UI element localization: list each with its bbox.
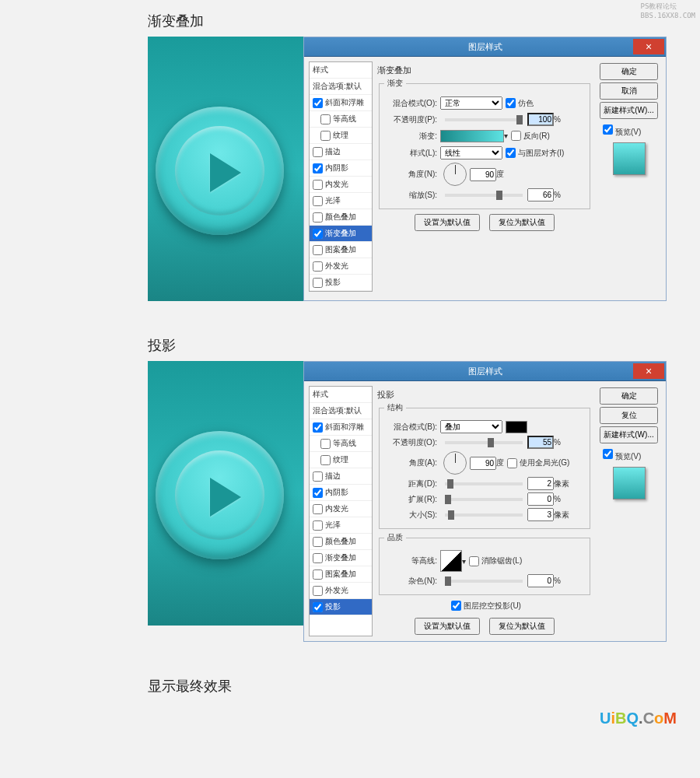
- styles-header[interactable]: 样式: [310, 62, 372, 79]
- blending-options[interactable]: 混合选项:默认: [310, 79, 372, 95]
- shadow-settings: 投影 结构 混合模式(B):叠加 不透明度(O):% 角度(A): 度 使用全局…: [373, 386, 597, 636]
- angle-input[interactable]: [470, 457, 496, 470]
- blend-mode-select[interactable]: 叠加: [440, 420, 502, 433]
- contour-checkbox[interactable]: [320, 114, 331, 124]
- grad-style-label: 样式(L):: [384, 148, 437, 159]
- preview-toggle[interactable]: 预览(V): [600, 447, 658, 462]
- scale-slider[interactable]: [445, 194, 523, 197]
- opacity-slider[interactable]: [445, 441, 523, 444]
- distance-input[interactable]: [527, 477, 554, 490]
- knockout-checkbox[interactable]: [451, 601, 461, 611]
- contour-picker[interactable]: [440, 550, 462, 572]
- pattern-checkbox[interactable]: [313, 245, 323, 255]
- style-contour[interactable]: 等高线: [310, 111, 372, 128]
- opacity-input[interactable]: [527, 436, 554, 449]
- angle-input[interactable]: [470, 168, 496, 181]
- style-drop-shadow[interactable]: 投影: [310, 599, 372, 615]
- distance-slider[interactable]: [445, 482, 523, 485]
- style-pattern[interactable]: 图案叠加: [310, 242, 372, 258]
- style-inner-glow[interactable]: 内发光: [310, 501, 372, 517]
- satin-checkbox[interactable]: [313, 196, 323, 206]
- cancel-button[interactable]: 复位: [600, 407, 658, 424]
- blend-mode-select[interactable]: 正常: [440, 96, 502, 110]
- contour-label: 等高线:: [384, 555, 437, 566]
- preview-image: [148, 361, 303, 626]
- blending-options[interactable]: 混合选项:默认: [310, 403, 372, 419]
- ok-button[interactable]: 确定: [600, 387, 658, 405]
- set-default-button[interactable]: 设置为默认值: [415, 618, 480, 635]
- noise-input[interactable]: [527, 574, 554, 587]
- texture-checkbox[interactable]: [320, 131, 331, 141]
- drop-shadow-checkbox[interactable]: [313, 278, 323, 288]
- noise-label: 杂色(N):: [384, 576, 437, 587]
- style-drop-shadow[interactable]: 投影: [310, 275, 372, 291]
- style-pattern[interactable]: 图案叠加: [310, 566, 372, 583]
- set-default-button[interactable]: 设置为默认值: [415, 214, 480, 231]
- contour-dropdown-icon[interactable]: ▾: [462, 557, 466, 566]
- styles-header[interactable]: 样式: [310, 387, 372, 403]
- antialias-checkbox[interactable]: [469, 556, 479, 566]
- align-checkbox[interactable]: [506, 148, 516, 158]
- inner-shadow-checkbox[interactable]: [313, 163, 323, 173]
- new-style-button[interactable]: 新建样式(W)...: [600, 102, 658, 119]
- opacity-slider[interactable]: [445, 118, 523, 121]
- inner-glow-checkbox[interactable]: [313, 180, 323, 190]
- style-inner-shadow[interactable]: 内阴影: [310, 160, 372, 177]
- blend-mode-label: 混合模式(O):: [384, 98, 437, 109]
- style-inner-glow[interactable]: 内发光: [310, 177, 372, 193]
- spread-slider[interactable]: [445, 498, 523, 501]
- layer-style-dialog: 图层样式 × 样式 混合选项:默认 斜面和浮雕 等高线 纹理 描边 内阴影 内发…: [303, 37, 667, 301]
- reverse-checkbox[interactable]: [511, 131, 521, 141]
- opacity-input[interactable]: [527, 113, 554, 126]
- reset-default-button[interactable]: 复位为默认值: [489, 618, 555, 635]
- gradient-overlay-checkbox[interactable]: [313, 229, 323, 239]
- gradient-dropdown-icon[interactable]: ▾: [504, 131, 508, 140]
- style-outer-glow[interactable]: 外发光: [310, 583, 372, 599]
- style-texture[interactable]: 纹理: [310, 452, 372, 468]
- spread-input[interactable]: [527, 492, 554, 506]
- stroke-checkbox[interactable]: [313, 147, 323, 157]
- outer-glow-checkbox[interactable]: [313, 261, 323, 272]
- style-gradient-overlay[interactable]: 渐变叠加: [310, 550, 372, 566]
- style-bevel[interactable]: 斜面和浮雕: [310, 95, 372, 111]
- style-stroke[interactable]: 描边: [310, 468, 372, 485]
- titlebar[interactable]: 图层样式 ×: [304, 37, 666, 57]
- ok-button[interactable]: 确定: [600, 63, 658, 80]
- new-style-button[interactable]: 新建样式(W)...: [600, 426, 658, 443]
- bevel-checkbox[interactable]: [313, 98, 323, 108]
- angle-dial[interactable]: [443, 163, 467, 186]
- style-satin[interactable]: 光泽: [310, 517, 372, 534]
- size-slider[interactable]: [445, 513, 523, 517]
- uibq-logo: UiBQ.CoM: [0, 702, 700, 735]
- gradient-swatch[interactable]: [440, 130, 504, 142]
- close-button[interactable]: ×: [633, 363, 664, 379]
- reset-default-button[interactable]: 复位为默认值: [489, 214, 555, 231]
- style-texture[interactable]: 纹理: [310, 128, 372, 144]
- style-bevel[interactable]: 斜面和浮雕: [310, 419, 372, 436]
- scale-input[interactable]: [527, 188, 554, 202]
- grad-style-select[interactable]: 线性: [440, 146, 502, 159]
- style-contour[interactable]: 等高线: [310, 436, 372, 452]
- style-gradient-overlay[interactable]: 渐变叠加: [310, 226, 372, 242]
- style-satin[interactable]: 光泽: [310, 193, 372, 209]
- panel-heading: 渐变叠加: [377, 65, 592, 76]
- style-outer-glow[interactable]: 外发光: [310, 258, 372, 275]
- styles-list: 样式 混合选项:默认 斜面和浮雕 等高线 纹理 描边 内阴影 内发光 光泽 颜色…: [309, 61, 373, 292]
- titlebar[interactable]: 图层样式 ×: [304, 362, 666, 381]
- noise-slider[interactable]: [445, 580, 523, 583]
- opacity-label: 不透明度(O):: [384, 437, 437, 448]
- style-color-overlay[interactable]: 颜色叠加: [310, 534, 372, 550]
- shadow-color-swatch[interactable]: [506, 421, 527, 433]
- color-overlay-checkbox[interactable]: [313, 212, 323, 223]
- cancel-button[interactable]: 取消: [600, 82, 658, 100]
- global-light-checkbox[interactable]: [507, 458, 517, 468]
- preview-toggle[interactable]: 预览(V): [600, 122, 658, 138]
- close-button[interactable]: ×: [633, 39, 664, 54]
- size-input[interactable]: [527, 508, 554, 521]
- angle-dial[interactable]: [443, 451, 467, 475]
- preview-swatch: [613, 467, 646, 499]
- dither-checkbox[interactable]: [506, 98, 516, 108]
- style-stroke[interactable]: 描边: [310, 144, 372, 160]
- style-color-overlay[interactable]: 颜色叠加: [310, 209, 372, 226]
- style-inner-shadow[interactable]: 内阴影: [310, 485, 372, 501]
